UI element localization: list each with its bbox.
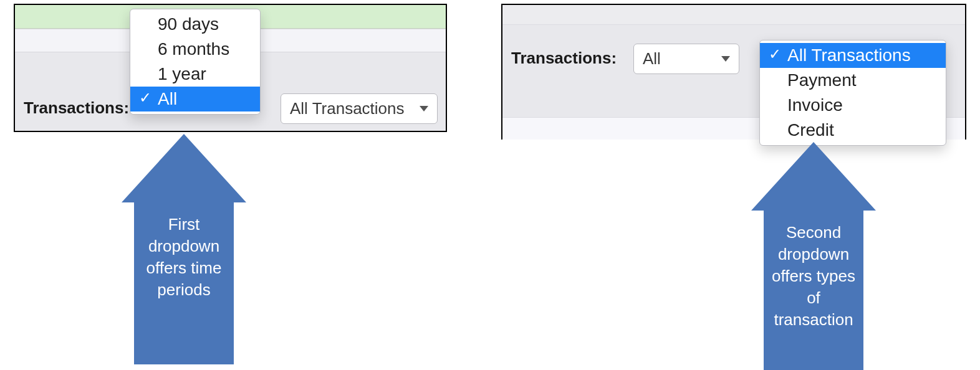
chevron-down-icon [721, 56, 730, 62]
time-period-selected-value: All [643, 49, 661, 69]
transactions-label: Transactions: [511, 49, 617, 68]
transactions-row-right: Transactions: [511, 49, 617, 68]
arrow-up-icon [751, 142, 876, 211]
annotation-text-left: First dropdown offers time periods [134, 202, 234, 364]
annotation-arrow-right: Second dropdown offers types of transact… [751, 142, 876, 370]
type-option-credit[interactable]: Credit [760, 118, 946, 143]
time-period-dropdown-open[interactable]: 90 days 6 months 1 year All [130, 9, 261, 115]
screenshot-right: Transactions: All All Transactions Payme… [501, 4, 966, 140]
time-option-1-year[interactable]: 1 year [130, 62, 260, 87]
transaction-type-dropdown-open[interactable]: All Transactions Payment Invoice Credit [759, 40, 946, 146]
type-option-all-transactions[interactable]: All Transactions [760, 43, 946, 68]
time-period-select-closed[interactable]: All [633, 44, 739, 74]
time-option-6-months[interactable]: 6 months [130, 37, 260, 62]
annotation-arrow-left: First dropdown offers time periods [122, 134, 246, 364]
time-option-all[interactable]: All [130, 87, 260, 111]
transactions-row-left: Transactions: [24, 98, 129, 118]
screenshot-left: Transactions: 90 days 6 months 1 year Al… [14, 4, 447, 132]
transaction-type-select-closed[interactable]: All Transactions [281, 93, 438, 124]
arrow-up-icon [122, 134, 246, 202]
transactions-label: Transactions: [24, 98, 129, 118]
type-option-invoice[interactable]: Invoice [760, 93, 946, 118]
top-band [502, 5, 965, 25]
annotation-text-right: Second dropdown offers types of transact… [764, 211, 863, 370]
type-option-payment[interactable]: Payment [760, 68, 946, 93]
chevron-down-icon [420, 106, 428, 111]
time-option-90-days[interactable]: 90 days [130, 12, 260, 37]
transaction-type-selected-value: All Transactions [290, 99, 405, 118]
